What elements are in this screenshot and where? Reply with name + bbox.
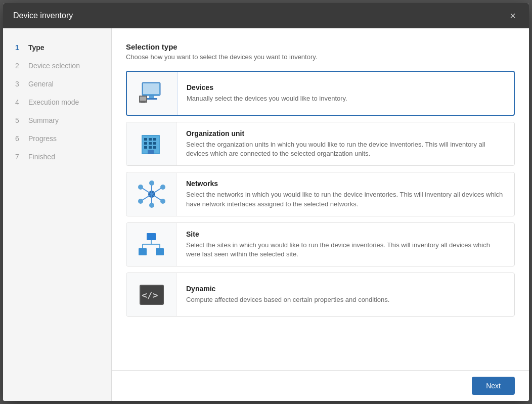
- svg-rect-2: [149, 96, 154, 98]
- sidebar: 1Type2Device selection3General4Execution…: [3, 28, 112, 401]
- next-button[interactable]: Next: [472, 377, 515, 395]
- step-label: General: [28, 80, 54, 88]
- svg-rect-15: [144, 146, 147, 149]
- step-number: 7: [15, 153, 25, 161]
- dialog-body: 1Type2Device selection3General4Execution…: [3, 28, 529, 401]
- option-desc-devices: Manually select the devices you would li…: [187, 94, 347, 103]
- option-title-site: Site: [186, 230, 505, 238]
- svg-rect-38: [156, 248, 164, 255]
- svg-rect-6: [141, 102, 145, 103]
- content-area: Selection type Choose how you want to se…: [112, 28, 529, 370]
- step-number: 2: [15, 62, 25, 70]
- option-title-networks: Networks: [186, 179, 505, 188]
- option-title-devices: Devices: [187, 83, 347, 92]
- option-org-unit[interactable]: Organization unit Select the organizatio…: [126, 122, 515, 166]
- svg-rect-3: [146, 98, 157, 100]
- step-label: Progress: [28, 134, 57, 143]
- svg-rect-10: [149, 138, 152, 141]
- device-inventory-dialog: Device inventory × 1Type2Device selectio…: [3, 3, 529, 401]
- svg-rect-18: [148, 150, 154, 154]
- dialog-header: Device inventory ×: [3, 3, 529, 28]
- svg-point-29: [160, 199, 165, 204]
- step-number: 1: [15, 43, 25, 52]
- option-title-org-unit: Organization unit: [186, 129, 505, 138]
- option-desc-org-unit: Select the organization units in which y…: [186, 140, 505, 158]
- sidebar-step-4[interactable]: 4Execution mode: [3, 93, 111, 111]
- option-icon-devices: [127, 72, 178, 115]
- svg-point-27: [160, 185, 165, 190]
- section-subtitle: Choose how you want to select the device…: [126, 53, 515, 61]
- option-site[interactable]: Site Select the sites in which you would…: [126, 222, 515, 266]
- svg-rect-11: [153, 138, 156, 141]
- svg-text:</>: </>: [142, 290, 158, 300]
- svg-rect-32: [147, 233, 156, 240]
- section-title: Selection type: [126, 42, 515, 51]
- sidebar-step-6[interactable]: 6Progress: [3, 129, 111, 148]
- option-icon-dynamic: </>: [126, 273, 177, 316]
- step-label: Type: [28, 43, 45, 52]
- svg-rect-12: [144, 142, 147, 145]
- dialog-title: Device inventory: [13, 11, 73, 20]
- options-container: Devices Manually select the devices you …: [126, 71, 515, 317]
- step-label: Execution mode: [28, 98, 79, 106]
- option-desc-site: Select the sites in which you would like…: [186, 241, 505, 259]
- svg-rect-17: [153, 146, 156, 149]
- svg-rect-16: [149, 146, 152, 149]
- option-networks[interactable]: Networks Select the networks in which yo…: [126, 172, 515, 216]
- sidebar-step-7[interactable]: 7Finished: [3, 148, 111, 166]
- svg-rect-14: [153, 142, 156, 145]
- svg-rect-1: [143, 83, 159, 94]
- svg-point-26: [138, 185, 143, 190]
- svg-point-30: [149, 181, 154, 186]
- option-icon-org-unit: [126, 122, 177, 165]
- svg-rect-9: [144, 138, 147, 141]
- option-devices[interactable]: Devices Manually select the devices you …: [126, 71, 515, 116]
- svg-rect-13: [149, 142, 152, 145]
- svg-point-28: [138, 199, 143, 204]
- svg-rect-5: [140, 97, 146, 101]
- step-number: 6: [15, 134, 25, 143]
- step-number: 4: [15, 98, 25, 106]
- footer: Next: [112, 370, 529, 401]
- option-icon-networks: [126, 173, 177, 216]
- step-label: Device selection: [28, 62, 80, 70]
- option-icon-site: [126, 223, 177, 266]
- svg-point-31: [149, 203, 154, 208]
- step-label: Finished: [28, 153, 55, 161]
- sidebar-step-5[interactable]: 5Summary: [3, 111, 111, 129]
- svg-rect-37: [139, 248, 147, 255]
- option-desc-networks: Select the networks in which you would l…: [186, 190, 505, 208]
- option-desc-dynamic: Compute affected devices based on certai…: [186, 295, 389, 304]
- step-number: 5: [15, 116, 25, 124]
- sidebar-step-3[interactable]: 3General: [3, 75, 111, 93]
- step-number: 3: [15, 80, 25, 88]
- sidebar-step-2[interactable]: 2Device selection: [3, 57, 111, 75]
- close-button[interactable]: ×: [507, 9, 519, 23]
- main-content: Selection type Choose how you want to se…: [112, 28, 529, 401]
- option-title-dynamic: Dynamic: [186, 285, 389, 293]
- step-label: Summary: [28, 116, 59, 124]
- option-dynamic[interactable]: </> Dynamic Compute affected devices bas…: [126, 273, 515, 317]
- sidebar-step-1[interactable]: 1Type: [3, 38, 111, 57]
